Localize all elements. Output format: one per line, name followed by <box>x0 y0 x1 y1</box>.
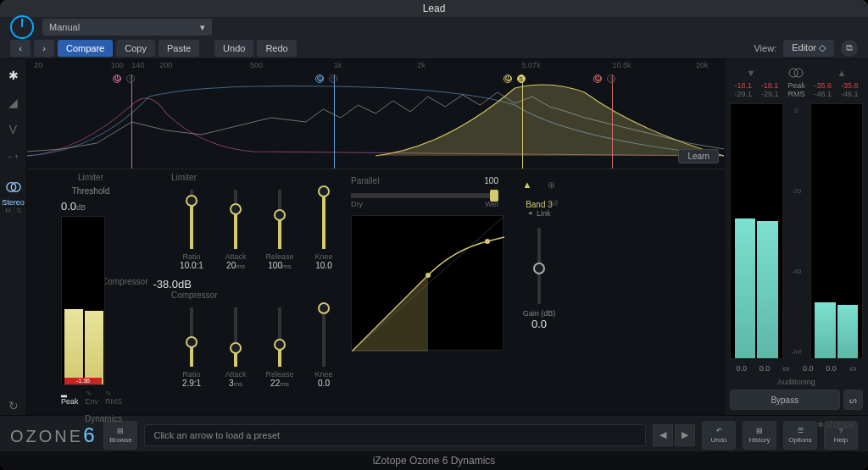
svg-point-5 <box>789 69 798 77</box>
stereo-icon[interactable] <box>6 180 21 195</box>
undo-button[interactable]: Undo <box>214 40 253 57</box>
band-crossover-line[interactable] <box>131 75 132 169</box>
gain-slider[interactable] <box>537 228 541 304</box>
detect-peak[interactable]: ▂ Peak <box>61 389 79 406</box>
limiter-threshold-value[interactable]: 0.0dB <box>61 200 120 213</box>
limiter-release-slider[interactable] <box>278 190 281 249</box>
band-power-icon[interactable]: ⏻ <box>113 75 121 83</box>
out-rms-r: -46.1 <box>841 90 859 98</box>
paste-button[interactable]: Paste <box>159 40 199 57</box>
compare-button[interactable]: Compare <box>58 40 113 57</box>
preset-prev-button[interactable]: ◀ <box>653 424 673 446</box>
limiter-ratio-value[interactable]: 10.0:1 <box>180 261 203 270</box>
compressor-threshold-value[interactable]: -38.0dB <box>153 278 192 290</box>
meter-foot-in-r: 0.0 <box>760 364 771 373</box>
band-crossover-line[interactable] <box>522 75 523 169</box>
link-icon[interactable]: ⧉ <box>841 40 858 57</box>
comp-attack-slider[interactable] <box>234 307 237 367</box>
parallel-value[interactable]: 100 <box>484 176 498 190</box>
out-peak-r: -35.6 <box>841 81 859 90</box>
band-power-icon[interactable]: ⏻ <box>315 75 324 83</box>
curve-tool-icon[interactable]: ◢ <box>4 93 23 112</box>
chevron-down-icon: ▾ <box>200 22 205 33</box>
gain-reduction-meter: -1.36 <box>61 216 105 385</box>
band-solo-icon[interactable]: S <box>517 75 526 83</box>
in-rms-l: -29.1 <box>734 90 752 98</box>
band-solo-icon[interactable]: S <box>329 75 337 83</box>
freq-tick: 100 <box>111 61 124 69</box>
stereo-meter-icon[interactable] <box>788 67 804 79</box>
ms-label[interactable]: M · S <box>2 207 25 214</box>
limiter-section-title: Limiter <box>171 173 344 186</box>
transfer-curve[interactable] <box>351 215 504 351</box>
parallel-title: Parallel <box>351 176 379 190</box>
prev-button[interactable]: ‹ <box>10 40 31 57</box>
crossover-tool-icon[interactable]: ✱ <box>4 66 23 85</box>
comp-ratio-slider[interactable] <box>190 307 193 367</box>
limiter-ratio-slider[interactable] <box>190 190 193 249</box>
learn-button[interactable]: Learn <box>678 149 719 163</box>
preset-next-button[interactable]: ▶ <box>675 424 695 446</box>
limiter-attack-slider[interactable] <box>234 190 237 249</box>
parallel-slider[interactable] <box>351 193 498 198</box>
ear-icon[interactable]: ᔕ <box>843 390 863 410</box>
next-button[interactable]: › <box>34 40 54 57</box>
bypass-button[interactable]: Bypass <box>730 390 840 410</box>
link-label[interactable]: ⚭ Link <box>509 209 570 218</box>
in-peak-r: -18.1 <box>761 81 779 90</box>
band-crossover-line[interactable] <box>334 75 335 169</box>
band-solo-icon[interactable]: ▲ <box>519 180 536 196</box>
comp-attack-value[interactable]: 3ms <box>229 379 242 388</box>
meter-out-expand-icon[interactable]: ▲ <box>837 68 847 78</box>
peak-label: Peak <box>787 81 805 90</box>
band-power-icon[interactable]: ⏻ <box>593 75 602 83</box>
out-rms-l: -46.1 <box>814 90 832 98</box>
comp-release-slider[interactable] <box>278 307 281 367</box>
copy-button[interactable]: Copy <box>116 40 155 57</box>
meter-in-expand-icon[interactable]: ▼ <box>747 68 756 78</box>
gain-value[interactable]: 0.0 <box>509 318 570 330</box>
limiter-release-value[interactable]: 100ms <box>268 261 291 270</box>
comp-ratio-value[interactable]: 2.9:1 <box>182 379 201 388</box>
comp-knee-value[interactable]: 0.0 <box>318 379 330 388</box>
meter-minus-icon[interactable]: ▭ <box>782 364 790 373</box>
meter-foot-out-l: 0.0 <box>803 364 814 373</box>
history-button[interactable]: ▤History <box>743 421 776 450</box>
band-power-icon[interactable]: ⏻ <box>504 75 512 83</box>
v-tool-icon[interactable]: V <box>4 120 23 139</box>
view-selector[interactable]: Editor ◇ <box>783 40 834 57</box>
preset-dropdown-label: Manual <box>49 22 80 32</box>
band-all-icon[interactable]: ⊕ <box>542 180 559 196</box>
freq-tick: 5.07k <box>522 61 541 69</box>
view-label: View: <box>754 43 776 53</box>
limiter-knee-value[interactable]: 10.0 <box>315 261 331 270</box>
auditioning-label: Auditioning <box>730 378 863 386</box>
undo-util-button[interactable]: ↶Undo <box>702 421 736 450</box>
power-button[interactable] <box>10 15 34 39</box>
detect-rms[interactable]: ∿ RMS <box>105 389 122 406</box>
svg-point-4 <box>485 239 490 244</box>
freq-tick: 200 <box>159 61 172 69</box>
options-button[interactable]: ☰Options <box>783 421 817 450</box>
comp-release-value[interactable]: 22ms <box>270 379 289 388</box>
out-peak-l: -35.6 <box>815 81 832 90</box>
freq-tick: 20k <box>696 61 709 69</box>
detect-env[interactable]: ∿ Env <box>86 389 99 406</box>
comp-knee-slider[interactable] <box>322 307 326 367</box>
limiter-attack-value[interactable]: 20ms <box>226 261 245 270</box>
redo-button[interactable]: Redo <box>257 40 296 57</box>
meter-foot-out-r: 0.0 <box>826 364 837 373</box>
browse-button[interactable]: ▤Browse <box>103 421 137 450</box>
minus-plus-icon[interactable]: − + <box>4 147 23 166</box>
limiter-knee-slider[interactable] <box>322 190 326 249</box>
input-meter <box>730 103 783 359</box>
band-crossover-line[interactable] <box>612 75 613 169</box>
meter-foot-in-l: 0.0 <box>736 364 747 373</box>
in-rms-r: -29.1 <box>761 90 779 98</box>
meter-reset-icon[interactable]: ▭ <box>849 364 857 373</box>
reset-icon[interactable]: ↻ <box>4 396 23 415</box>
preset-dropdown[interactable]: Manual ▾ <box>42 19 212 36</box>
spectrum-display[interactable]: 201001402005001k2k5.07k10.5k20k ⏻S⏻S⏻S⏻S… <box>27 59 724 169</box>
svg-point-6 <box>794 69 803 77</box>
rms-label: RMS <box>787 90 804 98</box>
